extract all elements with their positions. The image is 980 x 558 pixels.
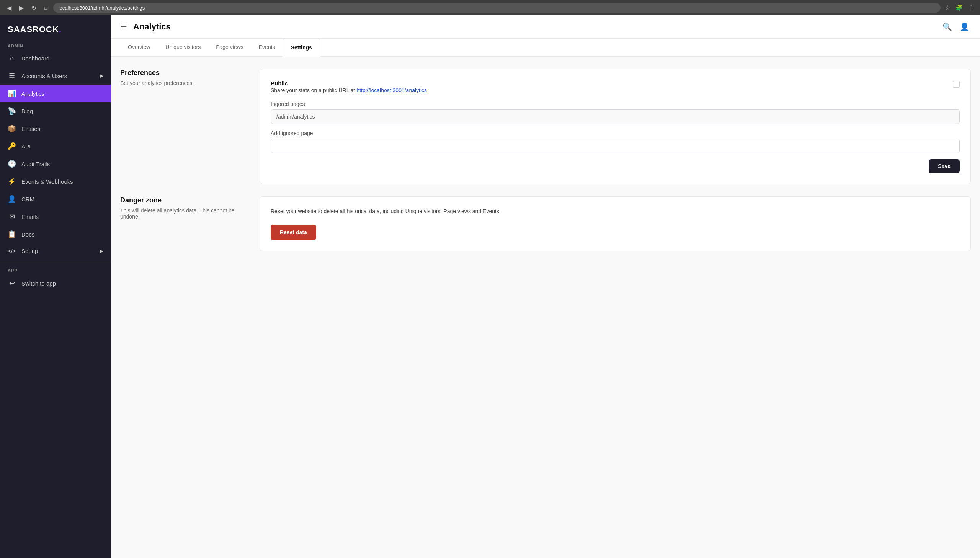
docs-icon: 📋 [8, 230, 16, 238]
sidebar-item-events-webhooks[interactable]: ⚡ Events & Webhooks [0, 172, 111, 190]
public-checkbox[interactable] [953, 81, 960, 88]
sidebar-item-label: Switch to app [21, 280, 56, 287]
analytics-icon: 📊 [8, 89, 16, 98]
danger-zone-left: Danger zone This will delete all analyti… [120, 196, 250, 251]
public-sublabel: Share your stats on a public URL at http… [271, 87, 427, 94]
app-container: SAASROCK. ADMIN ⌂ Dashboard ☰ Accounts &… [0, 15, 980, 558]
extensions-icon[interactable]: 🧩 [954, 3, 964, 13]
sidebar-item-label: CRM [21, 196, 34, 202]
star-icon[interactable]: ☆ [944, 3, 952, 13]
api-icon: 🔑 [8, 142, 16, 150]
forward-button[interactable]: ▶ [17, 3, 26, 13]
sidebar-item-docs[interactable]: 📋 Docs [0, 225, 111, 243]
sidebar-item-label: Set up [21, 248, 38, 254]
public-preference-row: Public Share your stats on a public URL … [271, 80, 960, 94]
logo: SAASROCK. [0, 15, 111, 41]
logo-text: SAASROCK. [8, 25, 62, 34]
sidebar-item-dashboard[interactable]: ⌂ Dashboard [0, 50, 111, 67]
entities-icon: 📦 [8, 125, 16, 133]
tabs-bar: Overview Unique visitors Page views Even… [111, 39, 980, 57]
app-section-label: APP [0, 265, 111, 274]
chevron-right-icon: ▶ [100, 248, 103, 254]
sidebar-item-label: Events & Webhooks [21, 178, 73, 185]
sidebar-item-analytics[interactable]: 📊 Analytics [0, 85, 111, 102]
main-content: ☰ Analytics 🔍 👤 Overview Unique visitors… [111, 15, 980, 558]
sidebar-item-label: Blog [21, 108, 33, 115]
preferences-left: Preferences Set your analytics preferenc… [120, 69, 250, 184]
page-body: Preferences Set your analytics preferenc… [111, 57, 980, 558]
add-ignored-label: Add ignored page [271, 130, 960, 136]
topbar: ☰ Analytics 🔍 👤 [111, 15, 980, 39]
accounts-icon: ☰ [8, 72, 16, 80]
sidebar-item-crm[interactable]: 👤 CRM [0, 190, 111, 208]
home-button[interactable]: ⌂ [42, 3, 50, 13]
public-info: Public Share your stats on a public URL … [271, 80, 427, 94]
add-ignored-input[interactable] [271, 139, 960, 153]
sidebar-item-label: Emails [21, 213, 39, 220]
tab-settings[interactable]: Settings [283, 39, 320, 57]
audit-icon: 🕐 [8, 159, 16, 168]
url-bar[interactable] [53, 3, 941, 13]
setup-icon: </> [8, 248, 16, 254]
sidebar-item-entities[interactable]: 📦 Entities [0, 120, 111, 138]
tab-overview[interactable]: Overview [120, 39, 158, 57]
sidebar-item-label: Docs [21, 231, 34, 238]
sidebar-item-api[interactable]: 🔑 API [0, 138, 111, 155]
browser-chrome: ◀ ▶ ↻ ⌂ ☆ 🧩 ⋮ [0, 0, 980, 15]
danger-zone-title: Danger zone [120, 196, 250, 204]
tab-page-views[interactable]: Page views [208, 39, 251, 57]
admin-section-label: ADMIN [0, 41, 111, 50]
sidebar-item-blog[interactable]: 📡 Blog [0, 102, 111, 120]
sidebar-item-label: Accounts & Users [21, 73, 67, 79]
add-ignored-page-group: Add ignored page [271, 130, 960, 153]
preferences-desc: Set your analytics preferences. [120, 80, 250, 86]
sidebar: SAASROCK. ADMIN ⌂ Dashboard ☰ Accounts &… [0, 15, 111, 558]
menu-toggle-icon[interactable]: ☰ [120, 22, 127, 31]
sidebar-item-emails[interactable]: ✉ Emails [0, 208, 111, 225]
preferences-title: Preferences [120, 69, 250, 77]
sidebar-item-switch-to-app[interactable]: ↩ Switch to app [0, 274, 111, 292]
danger-zone-right-desc: Reset your website to delete all histori… [271, 207, 960, 215]
topbar-actions: 🔍 👤 [941, 21, 971, 33]
home-icon: ⌂ [8, 54, 16, 62]
sidebar-divider [0, 262, 111, 262]
reload-button[interactable]: ↻ [29, 3, 39, 13]
ignored-pages-group: Ingored pages [271, 101, 960, 124]
sidebar-item-accounts-users[interactable]: ☰ Accounts & Users ▶ [0, 67, 111, 85]
events-icon: ⚡ [8, 177, 16, 185]
page-title: Analytics [133, 22, 171, 32]
sidebar-item-setup[interactable]: </> Set up ▶ [0, 243, 111, 259]
switch-icon: ↩ [8, 279, 16, 287]
danger-zone-desc: This will delete all analytics data. Thi… [120, 207, 250, 220]
tab-events[interactable]: Events [251, 39, 283, 57]
preferences-section: Preferences Set your analytics preferenc… [120, 69, 971, 184]
browser-actions: ☆ 🧩 ⋮ [944, 3, 975, 13]
sidebar-item-label: Audit Trails [21, 161, 50, 167]
save-button[interactable]: Save [929, 159, 960, 173]
public-url-link[interactable]: http://localhost:3001/analytics [356, 87, 427, 94]
reset-data-button[interactable]: Reset data [271, 225, 316, 240]
sidebar-item-label: Entities [21, 126, 40, 132]
danger-zone-section: Danger zone This will delete all analyti… [120, 196, 971, 251]
sidebar-item-label: Dashboard [21, 55, 49, 62]
chevron-right-icon: ▶ [100, 73, 103, 79]
back-button[interactable]: ◀ [5, 3, 14, 13]
preferences-right: Public Share your stats on a public URL … [259, 69, 971, 184]
sidebar-item-label: Analytics [21, 90, 44, 97]
blog-icon: 📡 [8, 107, 16, 115]
search-button[interactable]: 🔍 [941, 21, 954, 33]
ignored-pages-input[interactable] [271, 110, 960, 124]
user-button[interactable]: 👤 [958, 21, 971, 33]
sidebar-item-label: API [21, 143, 31, 149]
tab-unique-visitors[interactable]: Unique visitors [158, 39, 208, 57]
public-label: Public [271, 80, 427, 87]
emails-icon: ✉ [8, 212, 16, 221]
crm-icon: 👤 [8, 195, 16, 203]
sidebar-item-audit-trails[interactable]: 🕐 Audit Trails [0, 155, 111, 172]
danger-zone-right: Reset your website to delete all histori… [259, 196, 971, 251]
menu-icon[interactable]: ⋮ [967, 3, 975, 13]
ignored-pages-label: Ingored pages [271, 101, 960, 107]
